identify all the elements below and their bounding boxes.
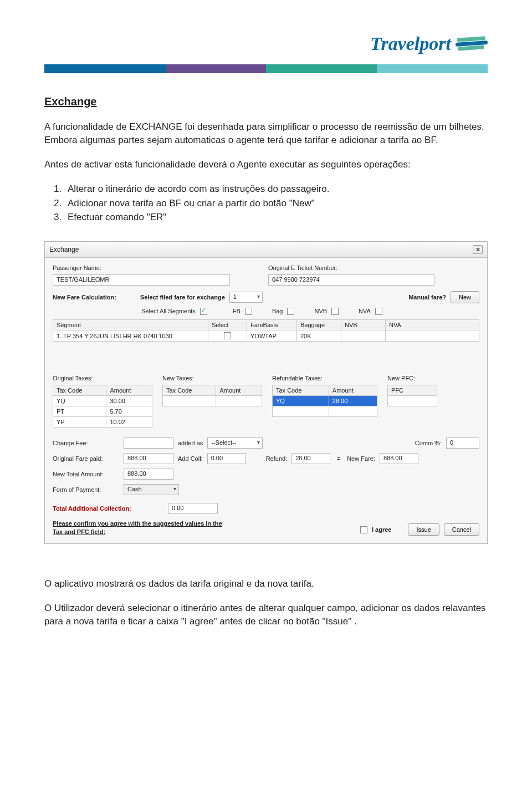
exchange-dialog: Exchange ✕ Passenger Name: TEST/GALILEOM… <box>44 241 488 544</box>
total-additional-collection-value: 0.00 <box>168 503 218 514</box>
segment-nvb <box>341 330 386 342</box>
fop-select[interactable]: Cash <box>124 484 179 495</box>
original-fare-paid-input[interactable]: 888.00 <box>124 453 173 464</box>
confirm-text: Please confirm you agree with the sugges… <box>53 520 230 536</box>
segment-table: Segment Select FareBasis Baggage NVB NVA… <box>53 319 479 342</box>
table-row[interactable]: PT5.70 <box>53 406 152 417</box>
ticket-number-input[interactable]: 047 9900 723974 <box>268 274 434 286</box>
step-3: Efectuar comando "ER" <box>64 210 488 225</box>
brand-color-bar <box>44 64 488 73</box>
segment-header-farebasis: FareBasis <box>247 319 297 330</box>
table-row[interactable]: YQ30.00 <box>53 396 152 406</box>
select-all-segments-checkbox[interactable] <box>200 308 207 315</box>
select-all-segments-label: Select All Segments <box>141 308 196 314</box>
dialog-titlebar: Exchange ✕ <box>45 242 487 258</box>
table-row[interactable]: YP10.02 <box>53 417 152 428</box>
logo: Travelport <box>44 33 488 54</box>
agree-checkbox[interactable] <box>360 526 367 533</box>
tax-code-header: Tax Code <box>53 385 106 396</box>
equals-label: = <box>335 455 342 462</box>
steps-list: Alterar o itinerário de acordo com as in… <box>64 182 488 225</box>
new-total-input[interactable]: 888.00 <box>124 469 173 480</box>
table-row[interactable] <box>163 396 262 406</box>
tax-amount-header: Amount <box>216 385 262 396</box>
original-fare-paid-label: Original Fare paid: <box>53 455 119 462</box>
cancel-button[interactable]: Cancel <box>444 523 479 536</box>
passenger-name-label: Passenger Name: <box>53 264 264 271</box>
table-row[interactable]: YQ28.00 <box>273 396 377 406</box>
new-pfc-label: New PFC: <box>387 375 437 381</box>
bag-label: Bag <box>272 308 283 314</box>
refundable-taxes-table: Tax CodeAmount YQ28.00 <box>272 385 377 417</box>
outro-paragraph-1: O aplicativo mostrará os dados da tarifa… <box>44 577 488 591</box>
change-fee-label: Change Fee: <box>53 440 119 446</box>
intro-paragraph-1: A funcionalidade de EXCHANGE foi desenha… <box>44 120 488 147</box>
fb-label: FB <box>233 308 241 314</box>
segment-select-checkbox[interactable] <box>224 332 231 339</box>
new-fare-label: New Fare: <box>347 455 375 462</box>
new-fare-input[interactable]: 888.00 <box>380 453 418 464</box>
step-2: Adicionar nova tarifa ao BF ou criar a p… <box>64 196 488 211</box>
new-taxes-label: New Taxes: <box>162 375 262 381</box>
new-pfc-table: PFC <box>387 385 437 406</box>
segment-header-nvb: NVB <box>341 319 386 330</box>
add-coll-label: Add Coll: <box>178 455 203 462</box>
segment-nva <box>386 330 479 342</box>
new-fare-calc-label: New Fare Calculation: <box>53 294 136 301</box>
comm-label: Comm %: <box>415 440 442 446</box>
nva-checkbox[interactable] <box>375 308 382 315</box>
tax-code-header: Tax Code <box>273 385 329 396</box>
segment-header-row: Segment Select FareBasis Baggage NVB NVA <box>53 319 479 330</box>
added-as-select[interactable]: --Select-- <box>207 437 263 449</box>
total-additional-collection-label: Total Additional Collection: <box>53 505 163 512</box>
step-1: Alterar o itinerário de acordo com as in… <box>64 182 488 196</box>
outro-paragraph-2: O Utilizador deverá selecionar o itinerá… <box>44 602 488 628</box>
tax-amount-header: Amount <box>106 385 152 396</box>
fop-label: Form of Payment: <box>53 486 119 493</box>
new-total-label: New Total Amount: <box>53 471 119 477</box>
table-row[interactable]: 1. TP 354 Y 26JUN LISLHR HK 0740 1030 YO… <box>53 330 479 342</box>
change-fee-input[interactable] <box>124 437 173 449</box>
refund-label: Refund: <box>266 455 288 462</box>
tax-amount-header: Amount <box>329 385 377 396</box>
segment-header-baggage: Baggage <box>297 319 341 330</box>
intro-paragraph-2: Antes de activar esta funcionalidade dev… <box>44 158 488 171</box>
add-coll-input[interactable]: 0.00 <box>207 453 246 464</box>
fb-checkbox[interactable] <box>245 308 252 315</box>
issue-button[interactable]: Issue <box>408 523 439 536</box>
segment-header-segment: Segment <box>53 319 208 330</box>
nvb-checkbox[interactable] <box>331 308 339 315</box>
added-as-label: added as <box>178 440 203 446</box>
refundable-taxes-label: Refundable Taxes: <box>272 375 377 381</box>
page-title: Exchange <box>44 95 488 108</box>
nva-label: NVA <box>359 308 371 314</box>
segment-header-nva: NVA <box>386 319 479 330</box>
comm-input[interactable]: 0 <box>446 437 479 449</box>
close-icon[interactable]: ✕ <box>473 245 483 254</box>
filed-fare-select[interactable]: 1 <box>229 292 263 303</box>
dialog-title: Exchange <box>49 246 79 253</box>
bag-checkbox[interactable] <box>287 308 294 315</box>
table-row[interactable] <box>388 396 437 406</box>
segment-farebasis: YOWTAP <box>247 330 297 342</box>
segment-header-select: Select <box>208 319 247 330</box>
pfc-header: PFC <box>388 385 437 396</box>
original-taxes-table: Tax CodeAmount YQ30.00 PT5.70 YP10.02 <box>53 385 152 428</box>
original-taxes-label: Original Taxes: <box>53 375 152 381</box>
table-row[interactable] <box>273 406 377 417</box>
passenger-name-input[interactable]: TEST/GALILEOMR <box>53 274 230 286</box>
new-button[interactable]: New <box>451 291 479 303</box>
segment-text: 1. TP 354 Y 26JUN LISLHR HK 0740 1030 <box>53 330 208 342</box>
tax-code-header: Tax Code <box>163 385 216 396</box>
refund-input[interactable]: 28.00 <box>291 453 330 464</box>
logo-icon <box>456 35 488 53</box>
new-taxes-table: Tax CodeAmount <box>162 385 262 406</box>
logo-text: Travelport <box>370 33 451 54</box>
agree-label: I agree <box>372 526 391 533</box>
segment-baggage: 20K <box>297 330 341 342</box>
nvb-label: NVB <box>314 308 327 314</box>
select-filed-fare-label: Select filed fare for exchange <box>140 294 225 301</box>
manual-fare-label: Manual fare? <box>408 294 446 301</box>
ticket-number-label: Original E Ticket Number: <box>268 264 479 271</box>
